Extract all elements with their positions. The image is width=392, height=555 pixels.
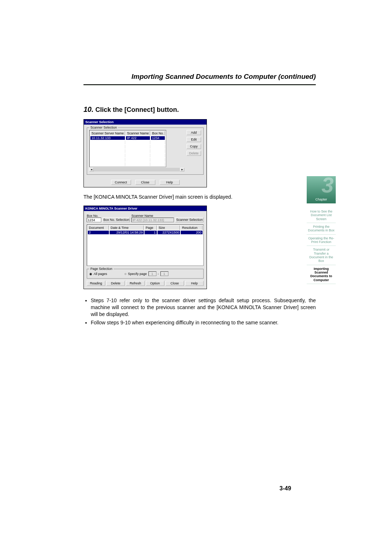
horizontal-scrollbar[interactable]: ◄ ►	[89, 168, 184, 171]
chapter-number: 3	[322, 174, 334, 196]
scanner-table[interactable]: Scanner Server Name Scanner Name Box No.…	[89, 130, 166, 167]
page-number: 3-49	[279, 485, 291, 492]
boxno-selection-button[interactable]: Box No. Selection	[103, 217, 130, 222]
col-document[interactable]: Document	[88, 226, 109, 230]
dash-label: -	[158, 272, 159, 276]
radio-icon[interactable]: ◉	[89, 272, 92, 276]
copy-button[interactable]: Copy	[187, 144, 201, 149]
dialog-titlebar: KONICA MINOLTA Scanner Driver	[84, 206, 207, 211]
note-item: Follow steps 9-10 when experiencing diff…	[91, 319, 316, 326]
header-rule	[83, 84, 316, 85]
table-row[interactable]	[90, 158, 165, 162]
scroll-right-icon[interactable]: ►	[180, 168, 184, 171]
chapter-label: Chapter	[315, 198, 327, 201]
scanner-driver-dialog: KONICA MINOLTA Scanner Driver Box No. 12…	[83, 206, 207, 289]
dialog-titlebar: Scanner Selection	[84, 119, 207, 125]
nav-item[interactable]: Operating the Re-Print Function	[307, 235, 336, 246]
table-row[interactable]	[90, 149, 165, 153]
chapter-box: 3 Chapter	[307, 176, 336, 203]
table-row[interactable]	[88, 239, 203, 243]
table-row[interactable]	[90, 141, 165, 144]
col-page[interactable]: Page	[144, 226, 157, 230]
table-row[interactable]	[88, 244, 203, 247]
col-resolution[interactable]: Resolution	[181, 226, 203, 230]
table-row[interactable]	[90, 145, 165, 149]
delete-button[interactable]: Delete	[187, 151, 201, 156]
notes-list: Steps 7-10 refer only to the scanner dri…	[83, 297, 316, 326]
refresh-button[interactable]: Refresh	[126, 281, 144, 286]
scroll-left-icon[interactable]: ◄	[89, 168, 94, 171]
table-row[interactable]: 10.11.32.133 IP 422 1234	[90, 136, 165, 140]
close-button[interactable]: Close	[135, 180, 155, 185]
group-label: Scanner Selection	[89, 126, 118, 129]
page-title: Importing Scanned Documents to Computer …	[83, 73, 316, 81]
col-scanner-name[interactable]: Scanner Name	[126, 131, 150, 135]
document-list[interactable]: Document Date & Time Page Size Resolutio…	[87, 224, 204, 266]
add-button[interactable]: Add	[187, 130, 201, 135]
col-box-no[interactable]: Box No.	[151, 131, 165, 135]
nav-item-active[interactable]: Importing Scanned Documents to Computer	[307, 265, 336, 284]
scannername-field: IP 422 (10.11.32.133)	[131, 218, 174, 222]
nav-item[interactable]: Transmit or Transfer a Document in the B…	[307, 246, 336, 265]
option-button[interactable]: Option	[146, 281, 164, 286]
table-row[interactable]	[88, 235, 203, 239]
step-heading: 10. Click the [Connect] button.	[83, 105, 316, 114]
col-size[interactable]: Size	[158, 226, 180, 230]
page-content: Importing Scanned Documents to Computer …	[83, 73, 316, 328]
boxno-field[interactable]: 1234	[87, 218, 101, 222]
note-item: Steps 7-10 refer only to the scanner dri…	[91, 297, 316, 318]
help-button[interactable]: Help	[185, 281, 204, 286]
delete-button[interactable]: Delete	[106, 281, 125, 286]
specify-page-label[interactable]: Specify page	[128, 272, 147, 276]
page-from-field[interactable]: 1	[148, 271, 156, 276]
connect-button[interactable]: Connect	[111, 180, 131, 185]
col-server-name[interactable]: Scanner Server Name	[90, 131, 125, 135]
help-button[interactable]: Help	[160, 180, 180, 185]
close-button[interactable]: Close	[166, 281, 184, 286]
col-datetime[interactable]: Date & Time	[110, 226, 144, 230]
table-row[interactable]	[90, 162, 165, 166]
table-row[interactable]	[88, 252, 203, 256]
scannername-label: Scanner Name	[131, 214, 174, 218]
scanner-selection-group: Scanner Selection Scanner Server Name Sc…	[87, 127, 204, 175]
page-to-field[interactable]: 1	[160, 271, 168, 276]
edit-button[interactable]: Edit	[187, 137, 201, 142]
nav-item[interactable]: How to See the Document List Screen	[307, 208, 336, 223]
scanner-selection-dialog: Scanner Selection Scanner Selection Scan…	[83, 119, 207, 187]
page-selection-group: Page Selection ◉ All pages ○ Specify pag…	[87, 269, 204, 279]
all-pages-label[interactable]: All pages	[94, 272, 107, 276]
nav-item[interactable]: Printing the Documents in Box	[307, 223, 336, 235]
table-row[interactable]	[88, 248, 203, 252]
scanner-selection-button[interactable]: Scanner Selection	[175, 217, 204, 222]
step-number: 10.	[83, 105, 94, 113]
boxno-label: Box No.	[87, 214, 101, 218]
chapter-sidebar: 3 Chapter How to See the Document List S…	[307, 176, 336, 284]
step-text: Click the [Connect] button.	[95, 106, 179, 113]
between-text: The [KONICA MINOLTA Scanner Driver] main…	[83, 194, 316, 200]
reading-button[interactable]: Reading	[87, 281, 105, 286]
table-row[interactable]: 2 29/12/01 14:58:29 1 2272X1500 200	[88, 231, 203, 234]
page-selection-label: Page Selection	[89, 267, 114, 271]
table-row[interactable]	[88, 257, 203, 260]
table-row[interactable]	[88, 261, 203, 265]
table-row[interactable]	[90, 154, 165, 157]
radio-icon[interactable]: ○	[124, 272, 126, 276]
